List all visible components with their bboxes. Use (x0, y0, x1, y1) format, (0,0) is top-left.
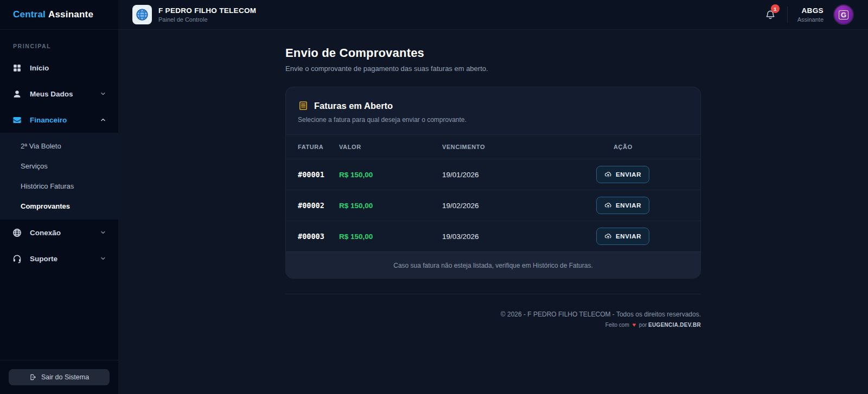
company-name: F PEDRO FILHO TELECOM (158, 7, 256, 15)
chevron-down-icon (100, 229, 106, 236)
brand-secondary: Assinante (48, 9, 93, 20)
brand-wordmark: CentralAssinante (13, 9, 93, 20)
copyright-text: © 2026 - F PEDRO FILHO TELECOM - Todos o… (285, 311, 701, 318)
sidebar-item-label: Início (30, 64, 49, 72)
card-header: Faturas em Aberto Selecione a fatura par… (286, 87, 700, 134)
notifications-button[interactable]: 1 (763, 8, 777, 22)
chevron-up-icon (100, 117, 106, 123)
avatar[interactable]: G (833, 4, 854, 25)
sidebar-footer: Sair do Sistema (0, 360, 118, 394)
page-title: Envio de Comprovantes (285, 46, 701, 60)
fatura-vencimento: 19/02/2026 (442, 202, 596, 210)
headset-icon (12, 254, 22, 264)
sidebar-item-label: Financeiro (30, 116, 67, 124)
enviar-label: ENVIAR (616, 171, 641, 178)
card-footer-note: Caso sua fatura não esteja listada, veri… (286, 251, 700, 278)
sidebar-subitem-comprovantes[interactable]: Comprovantes (0, 196, 118, 216)
receipt-icon (298, 100, 309, 111)
fatura-valor: R$ 150,00 (339, 171, 442, 179)
credits-middle: por (639, 322, 647, 328)
user-role: Assinante (797, 16, 824, 23)
page-footer: © 2026 - F PEDRO FILHO TELECOM - Todos o… (285, 311, 701, 344)
topbar-actions: 1 ABGS Assinante G (763, 4, 854, 25)
enviar-button[interactable]: ENVIAR (596, 166, 649, 183)
fatura-number: #00002 (298, 201, 339, 210)
user-name: ABGS (797, 7, 824, 15)
credits-prefix: Feito com (605, 322, 629, 328)
sidebar-item-label: Suporte (30, 255, 58, 263)
sidebar-item-inicio[interactable]: Início (0, 55, 118, 81)
column-header-vencimento: VENCIMENTO (442, 144, 596, 150)
sidebar-item-label: Meus Dados (30, 90, 73, 98)
financeiro-submenu: 2ª Via Boleto Serviços Histórico Faturas… (0, 133, 118, 219)
logout-icon (29, 373, 37, 381)
enviar-button[interactable]: ENVIAR (596, 197, 649, 214)
column-header-valor: VALOR (339, 144, 442, 150)
fatura-vencimento: 19/03/2026 (442, 232, 596, 241)
column-header-acao: AÇÃO (596, 144, 688, 150)
fatura-number: #00001 (298, 170, 339, 179)
topbar-company: F PEDRO FILHO TELECOM Painel de Controle (132, 5, 256, 24)
grid-icon (12, 63, 22, 73)
sidebar-item-suporte[interactable]: Suporte (0, 246, 118, 272)
chevron-down-icon (100, 255, 106, 262)
enviar-label: ENVIAR (616, 233, 641, 240)
company-text: F PEDRO FILHO TELECOM Painel de Controle (158, 7, 256, 23)
enviar-button[interactable]: ENVIAR (596, 228, 649, 245)
user-info: ABGS Assinante (797, 7, 824, 23)
notification-badge: 1 (771, 4, 780, 13)
heart-icon: ♥ (633, 321, 636, 328)
fatura-vencimento: 19/01/2026 (442, 171, 596, 179)
brand-primary: Central (13, 9, 46, 20)
logout-button[interactable]: Sair do Sistema (9, 369, 110, 385)
page-container: Envio de Comprovantes Envie o comprovant… (285, 30, 701, 344)
fatura-number: #00003 (298, 232, 339, 241)
table-row: #00003 R$ 150,00 19/03/2026 ENVIAR (286, 221, 700, 251)
page-subtitle: Envie o comprovante de pagamento das sua… (285, 64, 701, 73)
nav-section-label: PRINCIPAL (0, 41, 118, 55)
sidebar-subitem-2-via-boleto[interactable]: 2ª Via Boleto (0, 136, 118, 156)
user-icon (12, 89, 22, 99)
logout-label: Sair do Sistema (41, 373, 89, 381)
fatura-valor: R$ 150,00 (339, 202, 442, 210)
sidebar-item-financeiro[interactable]: Financeiro (0, 107, 118, 133)
app-root: CentralAssinante PRINCIPAL Início Meus D… (0, 0, 868, 394)
faturas-table: FATURA VALOR VENCIMENTO AÇÃO #00001 R$ 1… (286, 134, 700, 251)
topbar: F PEDRO FILHO TELECOM Painel de Controle… (118, 0, 868, 30)
sidebar-item-meus-dados[interactable]: Meus Dados (0, 81, 118, 107)
footer-divider (285, 294, 701, 294)
credits-line: Feito com ♥ por EUGENCIA.DEV.BR (285, 321, 701, 328)
upload-cloud-icon (604, 202, 612, 209)
company-logo-icon (132, 5, 152, 24)
content-scroll-area[interactable]: Envio de Comprovantes Envie o comprovant… (118, 30, 868, 394)
column-header-fatura: FATURA (298, 144, 339, 150)
sidebar-item-label: Conexão (30, 229, 61, 237)
brand-logo: CentralAssinante (0, 0, 118, 30)
card-title: Faturas em Aberto (314, 101, 393, 111)
faturas-card: Faturas em Aberto Selecione a fatura par… (285, 87, 701, 279)
sidebar-subitem-servicos[interactable]: Serviços (0, 156, 118, 176)
upload-cloud-icon (604, 171, 612, 178)
chevron-down-icon (100, 91, 106, 97)
avatar-glyph: G (839, 10, 848, 20)
main-area: F PEDRO FILHO TELECOM Painel de Controle… (118, 0, 868, 394)
company-subtitle: Painel de Controle (158, 16, 256, 23)
topbar-divider (787, 7, 788, 23)
wallet-icon (12, 115, 22, 125)
globe-icon (12, 228, 22, 238)
table-row: #00002 R$ 150,00 19/02/2026 ENVIAR (286, 190, 700, 221)
enviar-label: ENVIAR (616, 202, 641, 209)
table-header-row: FATURA VALOR VENCIMENTO AÇÃO (286, 135, 700, 159)
fatura-valor: R$ 150,00 (339, 232, 442, 241)
table-row: #00001 R$ 150,00 19/01/2026 ENVIAR (286, 159, 700, 190)
sidebar-subitem-historico-faturas[interactable]: Histórico Faturas (0, 176, 118, 196)
sidebar-item-conexao[interactable]: Conexão (0, 219, 118, 246)
card-subtitle: Selecione a fatura para qual deseja envi… (298, 116, 688, 124)
sidebar: CentralAssinante PRINCIPAL Início Meus D… (0, 0, 118, 394)
credits-brand[interactable]: EUGENCIA.DEV.BR (648, 322, 701, 328)
sidebar-nav: PRINCIPAL Início Meus Dados (0, 30, 118, 360)
upload-cloud-icon (604, 232, 612, 240)
